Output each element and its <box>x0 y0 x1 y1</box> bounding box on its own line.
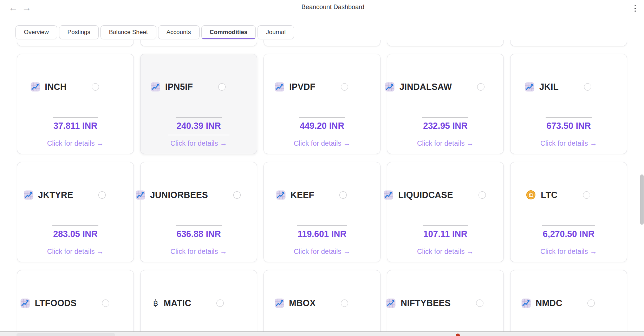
commodity-card[interactable]: MBOX <box>264 270 380 336</box>
commodity-card[interactable]: LIQUIDCASE107.11 INRClick for details → <box>387 162 504 262</box>
select-radio[interactable] <box>341 83 348 91</box>
card-header: JUNIORBEES <box>141 187 257 203</box>
bitcoin-icon: B <box>152 298 159 308</box>
price-value: 636.88 INR <box>176 225 221 239</box>
chart-up-icon <box>20 298 30 308</box>
select-radio[interactable] <box>583 191 590 199</box>
price-box: 636.88 INR <box>168 225 229 243</box>
kebab-menu-icon[interactable] <box>632 4 638 13</box>
details-link[interactable]: Click for details → <box>510 139 627 147</box>
price-area: 232.95 INRClick for details → <box>387 117 503 147</box>
chart-up-icon <box>521 298 531 308</box>
commodity-card[interactable]: LTC6,270.50 INRClick for details → <box>510 162 627 262</box>
details-link[interactable]: Click for details → <box>141 139 257 147</box>
select-radio[interactable] <box>98 191 106 199</box>
tab-journal[interactable]: Journal <box>258 25 294 39</box>
symbol-label: LTFOODS <box>35 298 77 308</box>
commodity-card[interactable]: BMATIC <box>140 270 257 336</box>
price-value: 240.39 INR <box>176 117 221 131</box>
symbol-label: LIQUIDCASE <box>398 190 453 200</box>
commodity-card[interactable]: JKIL673.50 INRClick for details → <box>510 54 627 154</box>
chart-up-icon <box>386 298 396 308</box>
select-radio[interactable] <box>479 191 486 199</box>
details-link[interactable]: Click for details → <box>387 248 503 256</box>
card-header: IPN5IF <box>141 79 257 95</box>
details-link[interactable]: Click for details → <box>17 139 134 147</box>
details-link[interactable]: Click for details → <box>264 248 380 256</box>
symbol-label: JKTYRE <box>38 190 73 200</box>
chart-up-icon <box>151 82 160 92</box>
card-header: KEEF <box>264 187 380 203</box>
price-area: 37.811 INRClick for details → <box>17 117 134 147</box>
price-value: 232.95 INR <box>422 117 468 131</box>
card-header: BMATIC <box>141 295 257 311</box>
symbol-label: INCH <box>45 82 67 92</box>
taskbar-pill <box>17 333 115 336</box>
price-area: 283.05 INRClick for details → <box>17 225 134 256</box>
select-radio[interactable] <box>341 299 348 307</box>
commodity-card[interactable]: NMDC <box>510 270 627 336</box>
card-header: LTC <box>510 187 627 203</box>
select-radio[interactable] <box>476 299 483 307</box>
tab-commodities[interactable]: Commodities <box>201 25 256 39</box>
tab-postings[interactable]: Postings <box>59 25 99 39</box>
details-link[interactable]: Click for details → <box>141 248 257 256</box>
details-link[interactable]: Click for details → <box>264 139 380 147</box>
price-area: 240.39 INRClick for details → <box>141 117 257 147</box>
chart-up-icon <box>275 298 284 308</box>
price-box: 6,270.50 INR <box>534 225 603 243</box>
select-radio[interactable] <box>587 299 595 307</box>
price-box: 37.811 INR <box>45 117 106 135</box>
commodity-card[interactable]: JUNIORBEES636.88 INRClick for details → <box>140 162 257 262</box>
symbol-label: NMDC <box>536 298 562 308</box>
symbol-label: LTC <box>541 190 557 200</box>
price-box: 119.601 INR <box>289 225 355 243</box>
chart-up-icon <box>275 82 284 92</box>
details-link[interactable]: Click for details → <box>510 248 627 256</box>
card-header: IPVDF <box>264 79 380 95</box>
chart-up-icon <box>31 82 40 92</box>
select-radio[interactable] <box>339 191 347 199</box>
price-box: 673.50 INR <box>538 117 599 135</box>
select-radio[interactable] <box>92 83 99 91</box>
card-header: LTFOODS <box>17 295 134 311</box>
commodity-card[interactable]: JINDALSAW232.95 INRClick for details → <box>387 54 504 154</box>
commodity-card[interactable]: INCH37.811 INRClick for details → <box>17 54 134 154</box>
tab-accounts[interactable]: Accounts <box>158 25 200 39</box>
chart-up-icon <box>525 82 534 92</box>
price-box: 240.39 INR <box>168 117 229 135</box>
commodity-card[interactable]: JKTYRE283.05 INRClick for details → <box>17 162 134 262</box>
chart-up-icon <box>24 190 33 200</box>
select-radio[interactable] <box>477 83 484 91</box>
select-radio[interactable] <box>233 191 241 199</box>
taskbar-notification-dot[interactable] <box>456 334 460 336</box>
details-link[interactable]: Click for details → <box>17 248 134 256</box>
scrollbar-thumb[interactable] <box>640 174 644 225</box>
tab-balance-sheet[interactable]: Balance Sheet <box>100 25 156 39</box>
price-box: 107.11 INR <box>415 225 476 243</box>
price-box: 232.95 INR <box>415 117 476 135</box>
tab-overview[interactable]: Overview <box>15 25 57 39</box>
commodity-card[interactable]: IPVDF449.20 INRClick for details → <box>264 54 380 154</box>
select-radio[interactable] <box>584 83 591 91</box>
card-header: NIFTYBEES <box>387 295 503 311</box>
price-value: 283.05 INR <box>52 225 98 239</box>
symbol-label: IPVDF <box>289 82 316 92</box>
tab-bar: OverviewPostingsBalance SheetAccountsCom… <box>15 25 294 39</box>
price-value: 673.50 INR <box>546 117 591 131</box>
commodity-card[interactable]: KEEF119.601 INRClick for details → <box>264 162 380 262</box>
select-radio[interactable] <box>102 299 109 307</box>
details-link[interactable]: Click for details → <box>387 139 503 147</box>
price-area: 673.50 INRClick for details → <box>510 117 627 147</box>
chart-up-icon <box>384 190 393 200</box>
commodity-card[interactable]: IPN5IF240.39 INRClick for details → <box>140 54 257 154</box>
symbol-label: MBOX <box>289 298 316 308</box>
card-header: NMDC <box>510 295 627 311</box>
price-box: 283.05 INR <box>45 225 106 243</box>
chart-up-icon <box>276 190 286 200</box>
select-radio[interactable] <box>218 83 226 91</box>
commodity-card[interactable]: NIFTYBEES <box>387 270 504 336</box>
symbol-label: MATIC <box>164 298 191 308</box>
select-radio[interactable] <box>216 299 224 307</box>
commodity-card[interactable]: LTFOODS <box>17 270 134 336</box>
